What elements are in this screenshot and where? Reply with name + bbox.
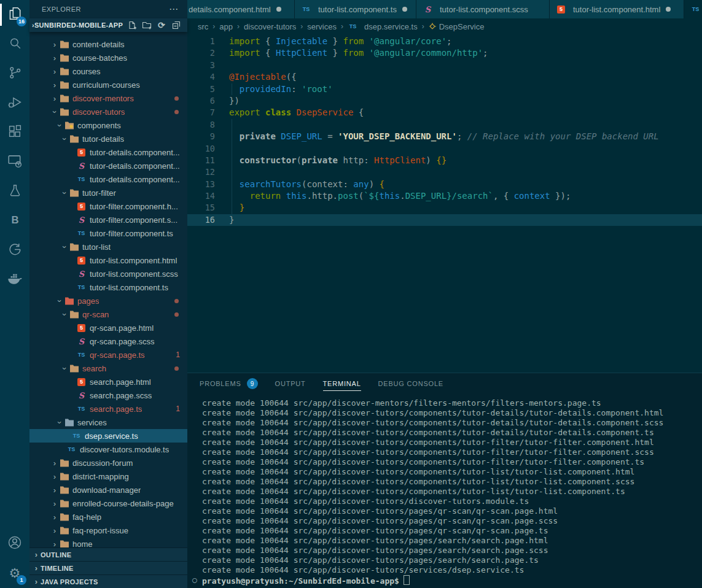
- tree-item[interactable]: ›discover-tutors: [29, 105, 187, 118]
- tab-tutor-list.component.html[interactable]: 5tutor-list.component.html: [550, 0, 684, 18]
- tree-item-label: tutor-filter: [82, 188, 116, 198]
- tree-item[interactable]: 5tutor-filter.component.h...: [29, 199, 187, 213]
- panel-tab-problems[interactable]: PROBLEMS9: [200, 373, 258, 394]
- breadcrumb-label: discover-tutors: [244, 22, 296, 31]
- tree-item[interactable]: ›components: [29, 118, 187, 132]
- remote-explorer-button[interactable]: [0, 147, 29, 177]
- tree-item[interactable]: ›faq-help: [29, 510, 187, 524]
- folder-icon: [59, 471, 69, 481]
- tree-item[interactable]: ›tutor-list: [29, 240, 187, 253]
- tree-item[interactable]: 5tutor-details.component...: [29, 145, 187, 159]
- tree-item[interactable]: ›faq-report-issue: [29, 524, 187, 537]
- breadcrumb-label: services: [307, 22, 337, 31]
- code-text: [215, 60, 229, 71]
- section-timeline[interactable]: ›TIMELINE: [29, 561, 187, 574]
- tab-tutor-list.component.ts[interactable]: TStutor-list.component.ts: [295, 0, 416, 18]
- typescript-file-icon: TS: [68, 446, 76, 452]
- source-control-button[interactable]: [0, 59, 29, 88]
- explorer-sidebar: EXPLORER ⋯ › SUNBIRDED-MOBILE-APP ⟳ ›con…: [29, 0, 187, 588]
- tree-item[interactable]: TSdiscover-tutors.module.ts: [29, 443, 187, 456]
- new-file-icon[interactable]: [127, 20, 137, 30]
- breadcrumb-item[interactable]: discover-tutors: [244, 22, 296, 31]
- search-button[interactable]: [0, 29, 29, 59]
- circular-arrow-button[interactable]: [0, 236, 29, 265]
- tree-item[interactable]: TSsearch.page.ts1: [29, 402, 187, 416]
- new-folder-icon[interactable]: [142, 20, 152, 30]
- panel-tab-debug-console[interactable]: DEBUG CONSOLE: [378, 373, 443, 394]
- section-java-projects[interactable]: ›JAVA PROJECTS: [29, 574, 187, 588]
- chevron-right-icon: ›: [32, 563, 41, 573]
- tree-item[interactable]: ›search: [29, 362, 187, 375]
- breadcrumb-item[interactable]: services: [307, 22, 337, 31]
- tab-label: tutor-list.component.ts: [318, 5, 397, 14]
- docker-button[interactable]: [0, 265, 29, 295]
- tree-item[interactable]: TStutor-filter.component.ts: [29, 226, 187, 240]
- breadcrumb-item[interactable]: app: [219, 22, 233, 31]
- tree-item[interactable]: ›pages: [29, 294, 187, 308]
- sass-file-icon: S: [425, 5, 431, 14]
- panel-tab-output[interactable]: OUTPUT: [275, 373, 306, 394]
- editor-area: details.component.htmlTStutor-list.compo…: [187, 0, 702, 588]
- tree-item[interactable]: 5tutor-list.component.html: [29, 253, 187, 267]
- breadcrumb-label: DsepService: [439, 22, 485, 31]
- breadcrumb-item[interactable]: src: [198, 22, 208, 31]
- extensions-button[interactable]: [0, 118, 29, 147]
- modified-dot-badge: [174, 312, 179, 317]
- refresh-icon[interactable]: ⟳: [157, 20, 166, 30]
- breadcrumb-item[interactable]: TSdsep.service.ts: [348, 21, 418, 31]
- tree-item[interactable]: ›home: [29, 537, 187, 547]
- chevron-down-icon: ›: [50, 107, 60, 116]
- tree-item[interactable]: TStutor-details.component...: [29, 172, 187, 186]
- prompt-text: pratyush@pratyush:~/SunbirdEd-mobile-app…: [202, 576, 399, 586]
- breadcrumb-item[interactable]: DsepService: [429, 22, 485, 31]
- tree-item[interactable]: ›tutor-details: [29, 132, 187, 145]
- tree-item[interactable]: ›enrolled-course-details-page: [29, 497, 187, 510]
- terminal[interactable]: create mode 100644 src/app/discover-ment…: [187, 394, 702, 588]
- bookmarks-button[interactable]: B: [0, 206, 29, 236]
- explorer-button[interactable]: 16: [0, 0, 29, 29]
- tree-item[interactable]: ›courses: [29, 64, 187, 78]
- testing-button[interactable]: [0, 177, 29, 206]
- tree-item[interactable]: Stutor-details.component...: [29, 159, 187, 172]
- tree-item[interactable]: TSqr-scan.page.ts1: [29, 348, 187, 362]
- tab-details.component.html[interactable]: details.component.html: [187, 0, 295, 18]
- tree-item[interactable]: ›tutor-filter: [29, 186, 187, 199]
- tree-item[interactable]: Stutor-filter.component.s...: [29, 213, 187, 226]
- typescript-file-icon: TS: [78, 230, 85, 236]
- tree-item[interactable]: Sqr-scan.page.scss: [29, 335, 187, 348]
- section-outline[interactable]: ›OUTLINE: [29, 547, 187, 561]
- tree-item-label: tutor-filter.component.s...: [90, 215, 177, 225]
- tab-tutor-list.component.scss[interactable]: Stutor-list.component.scss: [416, 0, 550, 18]
- line-number: 9: [187, 131, 215, 142]
- chevron-right-icon: ›: [50, 458, 59, 468]
- settings-button[interactable]: ⚙1: [0, 559, 29, 588]
- tree-item[interactable]: TStutor-list.component.ts: [29, 280, 187, 294]
- panel-tab-terminal[interactable]: TERMINAL: [323, 373, 361, 394]
- tree-item[interactable]: ›services: [29, 416, 187, 429]
- settings-badge: 1: [17, 575, 26, 585]
- tree-item[interactable]: TSdsep.service.ts: [29, 429, 187, 443]
- accounts-button[interactable]: [0, 529, 29, 559]
- tree-item[interactable]: Ssearch.page.scss: [29, 389, 187, 402]
- tree-item[interactable]: ›discover-mentors: [29, 91, 187, 105]
- collapse-all-icon[interactable]: [171, 20, 181, 30]
- run-and-debug-button[interactable]: [0, 88, 29, 118]
- folder-services-icon: [64, 417, 74, 427]
- tree-item[interactable]: ›discussion-forum: [29, 456, 187, 470]
- code-editor[interactable]: 1import { Injectable } from '@angular/co…: [187, 34, 702, 373]
- folder-icon: [59, 66, 69, 76]
- tree-item[interactable]: 5qr-scan.page.html: [29, 321, 187, 335]
- tree-item[interactable]: ›district-mapping: [29, 470, 187, 483]
- chevron-right-icon: ›: [50, 540, 59, 548]
- project-section-header[interactable]: › SUNBIRDED-MOBILE-APP ⟳: [29, 18, 187, 32]
- tree-item[interactable]: ›qr-scan: [29, 308, 187, 321]
- tab-partial[interactable]: TS: [684, 0, 702, 18]
- tree-item[interactable]: ›download-manager: [29, 483, 187, 497]
- tree-item[interactable]: ›curriculum-courses: [29, 78, 187, 91]
- tree-item[interactable]: ›course-batches: [29, 51, 187, 64]
- tree-item[interactable]: Stutor-list.component.scss: [29, 267, 187, 280]
- terminal-line: create mode 100644 src/app/discover-tuto…: [202, 516, 702, 526]
- tree-item[interactable]: 5search.page.html: [29, 375, 187, 389]
- more-actions-icon[interactable]: ⋯: [169, 4, 179, 15]
- tree-item[interactable]: ›content-details: [29, 37, 187, 51]
